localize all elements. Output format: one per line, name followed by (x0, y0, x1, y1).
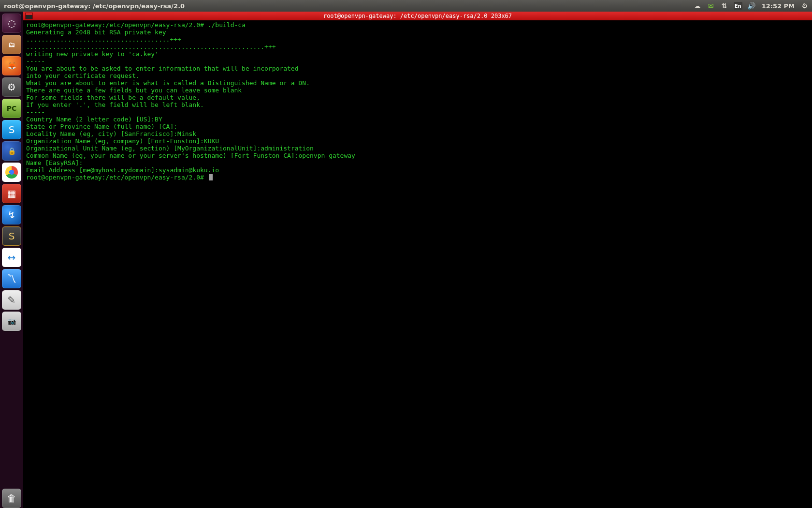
launcher-app-red[interactable]: ▦ (2, 184, 21, 203)
terminal-line: ......................................++… (26, 36, 809, 43)
terminal-line: ........................................… (26, 43, 809, 50)
terminal-line: Generating a 2048 bit RSA private key (26, 29, 809, 36)
shell-prompt: root@openvpn-gateway:/etc/openvpn/easy-r… (26, 21, 208, 29)
clock[interactable]: 12:52 PM (761, 2, 796, 10)
launcher-keyring[interactable]: 🔒 (2, 141, 21, 161)
terminal-line: State or Province Name (full name) [CA]: (26, 123, 809, 130)
messaging-icon[interactable]: ✉ (707, 1, 715, 10)
terminal-line: Country Name (2 letter code) [US]:BY (26, 116, 809, 123)
terminal-line: ----- (26, 108, 809, 116)
terminal-line: Name [EasyRSA]: (26, 159, 809, 166)
launcher-pycharm[interactable]: PC (2, 99, 21, 118)
chrome-icon (5, 166, 18, 179)
terminal-titlebar[interactable]: root@openvpn-gateway: /etc/openvpn/easy-… (23, 12, 812, 20)
terminal-line: Organizational Unit Name (eg, section) [… (26, 145, 809, 152)
launcher-screenshot[interactable]: 📷 (2, 312, 21, 331)
network-icon[interactable]: ⇅ (720, 1, 729, 10)
launcher-system-monitor[interactable]: 〽 (2, 269, 21, 288)
launcher-firefox[interactable]: 🦊 (2, 56, 21, 75)
terminal-titlebar-text: root@openvpn-gateway: /etc/openvpn/easy-… (323, 13, 512, 19)
terminal-line: For some fields there will be a default … (26, 94, 809, 101)
terminal-line: writing new private key to 'ca.key' (26, 50, 809, 58)
terminal-line: into your certificate request. (26, 72, 809, 79)
terminal-body[interactable]: root@openvpn-gateway:/etc/openvpn/easy-r… (23, 20, 812, 508)
terminal-line: Email Address [me@myhost.mydomain]:sysad… (26, 166, 809, 174)
keyboard-language-indicator[interactable]: En (734, 2, 742, 10)
terminal-line: Organization Name (eg, company) [Fort-Fu… (26, 137, 809, 145)
terminal-line: root@openvpn-gateway:/etc/openvpn/easy-r… (26, 174, 809, 181)
terminal-titlebar-icon (25, 13, 33, 19)
terminal-window: root@openvpn-gateway: /etc/openvpn/easy-… (23, 12, 812, 508)
cursor-icon (209, 174, 213, 180)
launcher-skype[interactable]: S (2, 120, 21, 139)
system-tray: ☁ ✉ ⇅ En 🔊 12:52 PM ⚙ (693, 1, 809, 10)
launcher-chrome[interactable] (2, 163, 21, 182)
cloud-icon[interactable]: ☁ (693, 1, 702, 10)
terminal-line: If you enter '.', the field will be left… (26, 101, 809, 108)
terminal-line: You are about to be asked to enter infor… (26, 65, 809, 72)
launcher-files[interactable]: 🗂 (2, 35, 21, 54)
launcher-dash-home[interactable]: ◌ (2, 14, 21, 33)
volume-icon[interactable]: 🔊 (747, 1, 756, 10)
terminal-line: There are quite a few fields but you can… (26, 87, 809, 94)
unity-launcher: ◌🗂🦊⚙PCS🔒▦↯S↔〽✎📷🗑 (0, 12, 23, 508)
shell-prompt: root@openvpn-gateway:/etc/openvpn/easy-r… (26, 174, 208, 181)
launcher-text-editor[interactable]: ✎ (2, 290, 21, 310)
terminal-line: What you are about to enter is what is c… (26, 79, 809, 87)
system-menubar: root@openvpn-gateway: /etc/openvpn/easy-… (0, 0, 812, 12)
launcher-sublime-text[interactable]: S (2, 226, 21, 246)
terminal-line: root@openvpn-gateway:/etc/openvpn/easy-r… (26, 21, 809, 29)
shell-command: ./build-ca (208, 21, 246, 29)
launcher-bittorrent[interactable]: ↯ (2, 205, 21, 224)
launcher-trash[interactable]: 🗑 (2, 489, 21, 508)
launcher-settings[interactable]: ⚙ (2, 77, 21, 97)
session-gear-icon[interactable]: ⚙ (800, 1, 809, 10)
terminal-line: Common Name (eg, your name or your serve… (26, 152, 809, 159)
launcher-teamviewer[interactable]: ↔ (2, 248, 21, 267)
window-title: root@openvpn-gateway: /etc/openvpn/easy-… (4, 2, 185, 10)
terminal-line: ----- (26, 58, 809, 65)
terminal-line: Locality Name (eg, city) [SanFrancisco]:… (26, 130, 809, 137)
